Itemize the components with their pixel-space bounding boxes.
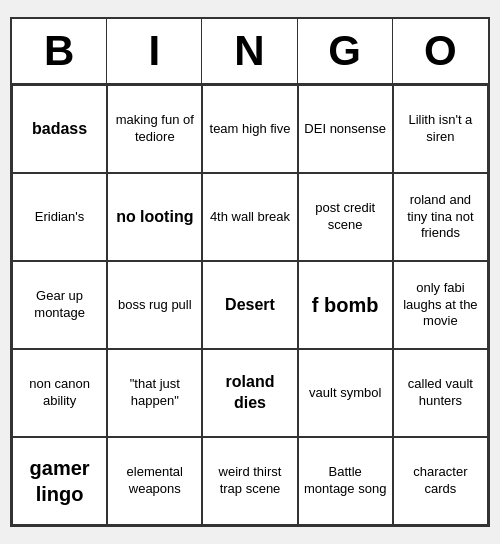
bingo-cell-19[interactable]: called vault hunters <box>393 349 488 437</box>
bingo-cell-11[interactable]: boss rug pull <box>107 261 202 349</box>
bingo-letter-i: I <box>107 19 202 83</box>
bingo-letter-n: N <box>202 19 297 83</box>
bingo-cell-20[interactable]: gamer lingo <box>12 437 107 525</box>
bingo-header: BINGO <box>12 19 488 85</box>
bingo-cell-18[interactable]: vault symbol <box>298 349 393 437</box>
bingo-cell-23[interactable]: Battle montage song <box>298 437 393 525</box>
bingo-cell-3[interactable]: DEI nonsense <box>298 85 393 173</box>
bingo-cell-14[interactable]: only fabi laughs at the movie <box>393 261 488 349</box>
bingo-cell-1[interactable]: making fun of tediore <box>107 85 202 173</box>
bingo-cell-4[interactable]: Lilith isn't a siren <box>393 85 488 173</box>
bingo-cell-2[interactable]: team high five <box>202 85 297 173</box>
bingo-cell-21[interactable]: elemental weapons <box>107 437 202 525</box>
bingo-letter-o: O <box>393 19 488 83</box>
bingo-grid: badassmaking fun of tedioreteam high fiv… <box>12 85 488 525</box>
bingo-card: BINGO badassmaking fun of tedioreteam hi… <box>10 17 490 527</box>
bingo-cell-8[interactable]: post credit scene <box>298 173 393 261</box>
bingo-letter-b: B <box>12 19 107 83</box>
bingo-cell-0[interactable]: badass <box>12 85 107 173</box>
bingo-cell-5[interactable]: Eridian's <box>12 173 107 261</box>
bingo-cell-17[interactable]: roland dies <box>202 349 297 437</box>
bingo-cell-7[interactable]: 4th wall break <box>202 173 297 261</box>
bingo-cell-22[interactable]: weird thirst trap scene <box>202 437 297 525</box>
bingo-cell-24[interactable]: character cards <box>393 437 488 525</box>
bingo-cell-16[interactable]: "that just happen" <box>107 349 202 437</box>
bingo-cell-13[interactable]: f bomb <box>298 261 393 349</box>
bingo-cell-9[interactable]: roland and tiny tina not friends <box>393 173 488 261</box>
bingo-cell-12[interactable]: Desert <box>202 261 297 349</box>
bingo-cell-10[interactable]: Gear up montage <box>12 261 107 349</box>
bingo-cell-15[interactable]: non canon ability <box>12 349 107 437</box>
bingo-cell-6[interactable]: no looting <box>107 173 202 261</box>
bingo-letter-g: G <box>298 19 393 83</box>
